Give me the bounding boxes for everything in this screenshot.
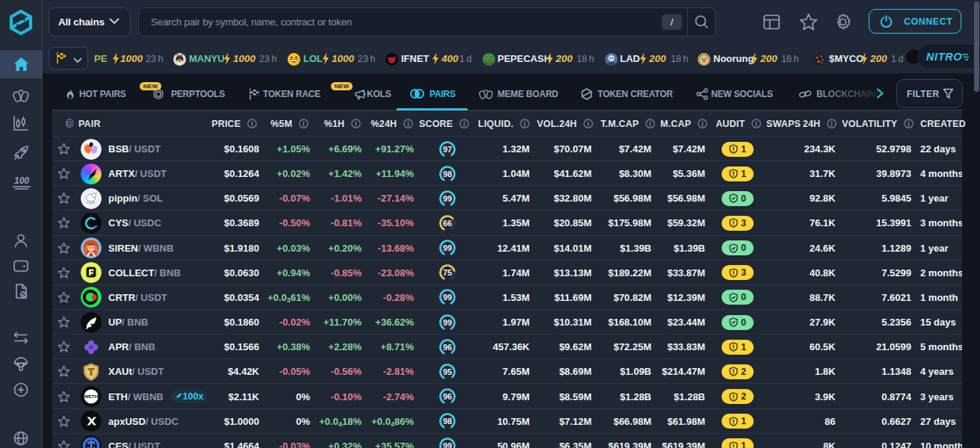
svg-text:WETH: WETH [84, 393, 99, 399]
